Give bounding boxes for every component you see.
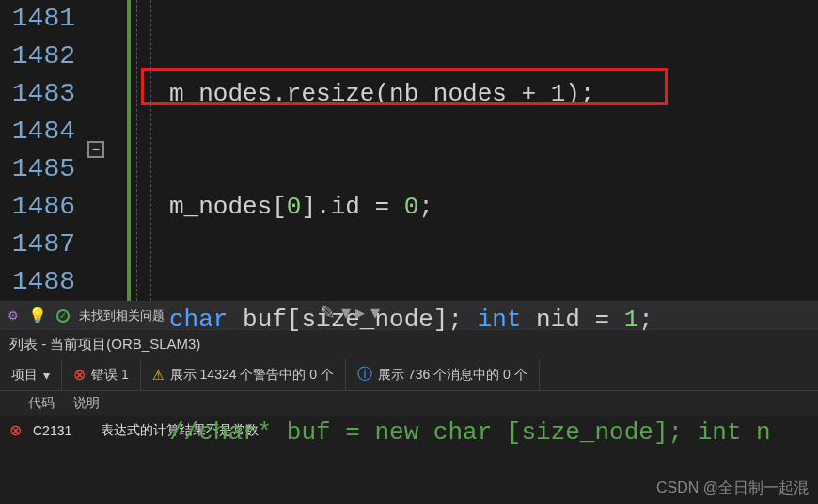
line-number: 1481 (0, 0, 75, 38)
fold-column: − (85, 0, 113, 301)
line-number: 1483 (0, 75, 75, 113)
watermark: CSDN @全日制一起混 (656, 479, 809, 498)
line-number: 1485 (0, 150, 75, 188)
line-number: 1482 (0, 38, 75, 75)
lightbulb-icon[interactable]: 💡 (28, 307, 47, 324)
error-icon: ⊗ (9, 421, 22, 439)
errors-count: 错误 1 (91, 367, 129, 384)
check-icon: ✓ (56, 309, 70, 323)
line-number: 1488 (0, 263, 75, 301)
line-number-gutter: 1481 1482 1483 1484 1485 1486 1487 1488 (0, 0, 85, 301)
code-line: char buf[size_node]; int nid = 1; (169, 301, 818, 339)
error-icon: ⊗ (73, 366, 86, 384)
col-code: 代码 (28, 395, 55, 412)
fold-toggle[interactable]: − (87, 141, 104, 158)
col-desc: 说明 (73, 395, 100, 412)
scope-dropdown[interactable]: 项目 ▾ (0, 359, 62, 390)
code-line: //char* buf = new char [size_node]; int … (169, 414, 818, 451)
chevron-down-icon: ▾ (43, 368, 50, 383)
screwdriver-icon[interactable]: ⚙ (8, 308, 19, 323)
warning-icon: ⚠ (152, 368, 165, 383)
code-area[interactable]: m_nodes.resize(nb_nodes + 1); m_nodes[0]… (113, 0, 818, 301)
mini-toolbar: ✎ ▾ ▸ ▾ (320, 301, 380, 323)
dropdown-label: 项目 (11, 367, 38, 384)
line-number: 1487 (0, 226, 75, 263)
line-number: 1484 (0, 113, 75, 150)
error-code: C2131 (33, 423, 89, 438)
code-editor[interactable]: 1481 1482 1483 1484 1485 1486 1487 1488 … (0, 0, 818, 301)
code-line: m_nodes.resize(nb_nodes + 1); (169, 75, 818, 113)
line-number: 1486 (0, 188, 75, 226)
code-line: m_nodes[0].id = 0; (169, 188, 818, 226)
no-issues-label: 未找到相关问题 (79, 307, 165, 324)
errors-filter[interactable]: ⊗ 错误 1 (62, 359, 141, 390)
